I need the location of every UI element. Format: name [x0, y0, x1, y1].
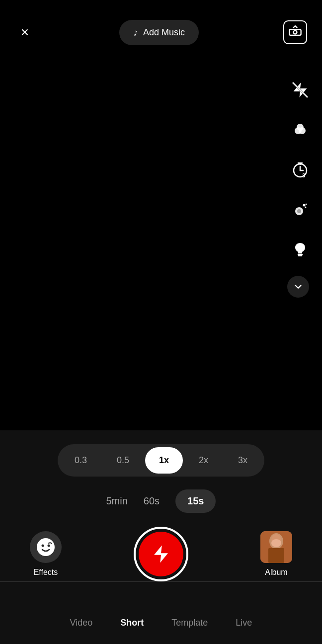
- record-row: Effects Album: [0, 527, 322, 581]
- effects-emoji-icon: [36, 537, 56, 557]
- album-thumbnail-image: [260, 531, 292, 563]
- speed-0.5[interactable]: 0.5: [103, 447, 143, 474]
- lightbulb-button[interactable]: [287, 236, 313, 262]
- flash-off-button[interactable]: [287, 77, 313, 103]
- speed-selector: 0.3 0.5 1x 2x 3x: [58, 444, 264, 477]
- flash-off-icon: [291, 81, 309, 99]
- add-music-label: Add Music: [143, 27, 185, 38]
- nav-live[interactable]: Live: [234, 614, 254, 632]
- effects-button[interactable]: Effects: [30, 531, 62, 577]
- speed-1x[interactable]: 1x: [145, 447, 183, 474]
- add-music-button[interactable]: ♪ Add Music: [119, 20, 199, 45]
- music-note-icon: ♪: [133, 27, 138, 38]
- svg-point-28: [271, 539, 281, 547]
- duration-selector: 5min 60s 15s: [106, 489, 216, 513]
- record-button[interactable]: [134, 527, 188, 581]
- svg-point-15: [303, 204, 306, 207]
- camera-viewfinder: [0, 0, 322, 455]
- svg-point-16: [305, 207, 307, 208]
- top-bar: × ♪ Add Music: [0, 0, 322, 65]
- separator: [0, 581, 322, 582]
- timer-button[interactable]: 3: [287, 157, 313, 182]
- speed-2x[interactable]: 2x: [185, 447, 222, 474]
- magic-button[interactable]: [287, 196, 313, 222]
- nav-video[interactable]: Video: [68, 614, 95, 632]
- svg-point-21: [42, 545, 44, 547]
- close-icon: ×: [21, 24, 29, 40]
- duration-5min[interactable]: 5min: [106, 495, 128, 507]
- right-sidebar: 3: [287, 77, 313, 298]
- duration-60s[interactable]: 60s: [144, 495, 160, 507]
- close-button[interactable]: ×: [15, 22, 35, 42]
- chevron-down-icon: [293, 281, 304, 292]
- svg-point-20: [37, 538, 55, 556]
- svg-point-22: [48, 545, 50, 547]
- svg-text:3: 3: [302, 172, 305, 178]
- svg-point-6: [297, 124, 304, 131]
- album-thumbnail: [260, 531, 292, 563]
- svg-marker-23: [154, 546, 168, 563]
- speed-3x[interactable]: 3x: [224, 447, 261, 474]
- beauty-button[interactable]: [287, 117, 313, 143]
- effects-label: Effects: [34, 568, 58, 577]
- timer-icon: 3: [291, 161, 309, 178]
- nav-short[interactable]: Short: [118, 614, 146, 632]
- svg-rect-27: [268, 548, 284, 563]
- svg-point-17: [306, 204, 307, 205]
- record-button-inner: [139, 532, 183, 576]
- svg-point-14: [297, 209, 301, 213]
- svg-point-0: [293, 31, 297, 34]
- effects-icon-circle: [30, 531, 62, 563]
- album-button[interactable]: Album: [260, 531, 292, 577]
- bottom-nav: Video Short Template Live: [0, 614, 322, 632]
- bottom-section: 0.3 0.5 1x 2x 3x 5min 60s 15s Effects: [0, 430, 322, 644]
- bolt-icon: [151, 544, 171, 564]
- more-options-button[interactable]: [287, 276, 309, 298]
- duration-15s[interactable]: 15s: [175, 489, 216, 513]
- nav-template[interactable]: Template: [169, 614, 210, 632]
- flip-camera-icon: [288, 25, 302, 39]
- magic-icon: [291, 200, 309, 218]
- beauty-icon: [291, 121, 309, 139]
- album-label: Album: [265, 568, 287, 577]
- flip-camera-button[interactable]: [283, 20, 307, 44]
- speed-0.3[interactable]: 0.3: [61, 447, 101, 474]
- lightbulb-icon: [291, 240, 309, 258]
